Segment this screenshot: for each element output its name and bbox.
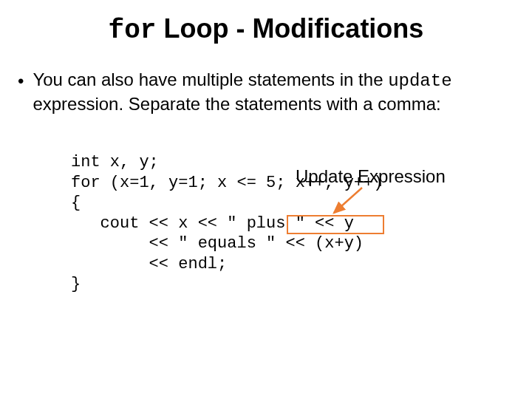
content-area: • You can also have multiple statements …: [0, 68, 532, 295]
code-line-5: << " equals " << (x+y): [71, 234, 364, 253]
code-line-6: << endl;: [71, 255, 227, 273]
code-line-1: int x, y;: [71, 153, 159, 171]
bullet-marker: •: [18, 68, 33, 92]
bullet-part1: You can also have multiple statements in…: [33, 69, 388, 89]
bullet-item: • You can also have multiple statements …: [18, 68, 514, 115]
code-line-3: {: [71, 194, 81, 212]
code-line-7: }: [71, 275, 81, 293]
highlight-box: [287, 215, 384, 234]
title-code: for: [109, 16, 157, 46]
title-rest: Loop - Modifications: [156, 13, 423, 44]
slide-title: for Loop - Modifications: [0, 0, 532, 68]
bullet-text: You can also have multiple statements in…: [33, 68, 514, 115]
annotation-label: Update Expression: [296, 166, 446, 187]
bullet-part2: expression. Separate the statements with…: [33, 94, 440, 114]
bullet-code: update: [388, 71, 451, 91]
